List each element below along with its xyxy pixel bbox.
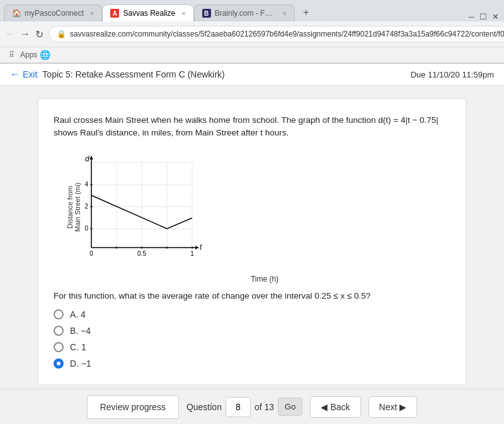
apps-label: Apps xyxy=(20,50,37,59)
next-arrow-icon: ▶ xyxy=(399,402,406,412)
app-header: ← Exit Topic 5: Retake Assessment Form C… xyxy=(0,64,504,86)
apps-extra-icon[interactable]: 🌐 xyxy=(40,50,50,60)
of-label: of 13 xyxy=(255,402,274,412)
apps-grid-icon[interactable]: ⠿ xyxy=(5,49,18,61)
x-axis-label-text: Time (h) xyxy=(79,275,450,284)
tab-label-savvas: Savvas Realize xyxy=(123,9,175,18)
main-content: Raul crosses Main Street when he walks h… xyxy=(0,86,504,384)
x-tick-05: 0.5 xyxy=(137,250,146,257)
y-tick-2: 2 xyxy=(84,203,88,210)
choice-a[interactable]: A. 4 xyxy=(54,309,450,319)
tab-brainly[interactable]: B Brainly.com - For students. By st... × xyxy=(194,4,295,21)
tab-close-brainly[interactable]: × xyxy=(282,9,286,17)
radio-c[interactable] xyxy=(54,342,64,352)
topic-label: Topic 5: Retake Assessment Form C (Newki… xyxy=(42,69,224,79)
address-bar[interactable]: 🔒 savvasrealize.com/community/classes/5f… xyxy=(49,26,504,42)
review-progress-button[interactable]: Review progress xyxy=(87,395,179,419)
x-tick-0: 0 xyxy=(89,250,93,257)
x-axis-letter: t xyxy=(200,243,202,251)
y-tick-0: 0 xyxy=(84,225,88,232)
reload-button[interactable]: ↻ xyxy=(35,25,43,43)
question-number-input[interactable] xyxy=(226,397,251,417)
choice-b-label: B. −4 xyxy=(70,326,91,336)
new-tab-button[interactable]: + xyxy=(297,4,315,21)
tab-savvas[interactable]: A Savvas Realize × xyxy=(102,4,193,21)
choice-b[interactable]: B. −4 xyxy=(54,326,450,336)
tab-bar: 🏠 myPascoConnect × A Savvas Realize × B … xyxy=(0,0,504,21)
y-axis-arrow xyxy=(89,156,93,159)
y-axis-label-text: Distance fromMain Street (mi) xyxy=(66,156,81,232)
answer-choices: A. 4 B. −4 C. 1 D. −1 xyxy=(54,309,450,369)
next-label: Next xyxy=(379,402,398,412)
lock-icon: 🔒 xyxy=(57,30,66,38)
close-window-button[interactable]: ✕ xyxy=(492,12,499,21)
tab-close-savvas[interactable]: × xyxy=(181,9,185,17)
radio-d-inner xyxy=(57,362,60,365)
y-tick-4: 4 xyxy=(84,181,88,188)
back-nav-button[interactable]: ← xyxy=(5,25,15,43)
graph-container: d xyxy=(66,150,450,270)
x-tick-1: 1 xyxy=(190,250,194,257)
choice-d-label: D. −1 xyxy=(70,358,91,369)
browser-chrome: 🏠 myPascoConnect × A Savvas Realize × B … xyxy=(0,0,504,64)
minimize-button[interactable]: ─ xyxy=(469,12,474,21)
tab-label-brainly: Brainly.com - For students. By st... xyxy=(215,9,277,18)
browser-toolbar: ← → ↻ 🔒 savvasrealize.com/community/clas… xyxy=(0,21,504,47)
tab-favicon-savvas: A xyxy=(110,9,119,18)
question-card: Raul crosses Main Street when he walks h… xyxy=(38,98,466,384)
choice-a-label: A. 4 xyxy=(70,309,86,319)
header-left: ← Exit Topic 5: Retake Assessment Form C… xyxy=(10,69,225,80)
choice-d[interactable]: D. −1 xyxy=(54,358,450,369)
forward-nav-button[interactable]: → xyxy=(20,25,30,43)
radio-b[interactable] xyxy=(54,326,64,336)
due-date: Due 11/10/20 11:59pm xyxy=(411,70,494,79)
restore-button[interactable]: ☐ xyxy=(479,12,487,21)
y-axis-letter: d xyxy=(85,154,89,163)
x-axis-arrow xyxy=(195,246,198,249)
tab-close-mypascoconnect[interactable]: × xyxy=(90,9,94,17)
choice-c[interactable]: C. 1 xyxy=(54,342,450,352)
question-label: Question xyxy=(186,402,222,412)
choice-c-label: C. 1 xyxy=(70,342,86,352)
back-label: Back xyxy=(330,402,350,412)
tab-favicon-mypascoconnect: 🏠 xyxy=(12,9,21,18)
radio-d[interactable] xyxy=(54,358,64,369)
address-text: savvasrealize.com/community/classes/5f2a… xyxy=(70,30,504,38)
question-nav: Question of 13 Go xyxy=(186,397,303,417)
footer: Review progress Question of 13 Go ◀ Back… xyxy=(0,389,504,424)
exit-arrow-icon: ← xyxy=(10,69,20,80)
next-button[interactable]: Next ▶ xyxy=(369,396,418,418)
apps-toolbar: ⠿ Apps 🌐 xyxy=(0,47,504,63)
tab-mypascoconnect[interactable]: 🏠 myPascoConnect × xyxy=(4,4,102,21)
exit-label: Exit xyxy=(23,69,37,79)
graph-svg: d xyxy=(66,150,205,276)
back-button[interactable]: ◀ Back xyxy=(310,396,360,418)
question-prompt: For this function, what is the average r… xyxy=(54,291,450,301)
tab-favicon-brainly: B xyxy=(202,9,211,18)
exit-button[interactable]: ← Exit xyxy=(10,69,37,80)
go-button[interactable]: Go xyxy=(278,398,302,416)
radio-a[interactable] xyxy=(54,309,64,319)
question-text: Raul crosses Main Street when he walks h… xyxy=(54,114,450,140)
tab-label-mypascoconnect: myPascoConnect xyxy=(25,9,84,18)
back-arrow-icon: ◀ xyxy=(321,402,328,412)
